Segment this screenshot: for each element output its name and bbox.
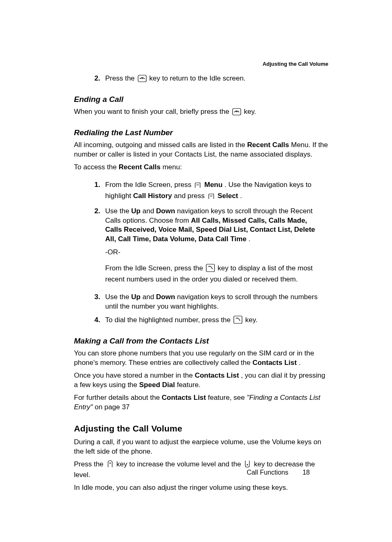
step-list-redial-cont: 3. Use the Up and Down navigation keys t… (90, 293, 330, 327)
step-list-top: 2. Press the key to return to the Idle s… (90, 74, 330, 85)
paragraph: You can store phone numbers that you use… (74, 349, 330, 368)
step-row: 2. Press the key to return to the Idle s… (90, 74, 330, 85)
paragraph: For further details about the Contacts L… (74, 393, 330, 412)
svg-rect-7 (234, 316, 242, 323)
page-footer: Call Functions 18 (247, 469, 310, 476)
step-body: Use the Up and Down navigation keys to s… (105, 293, 319, 311)
paragraph: All incoming, outgoing and missed calls … (74, 141, 330, 159)
svg-point-3 (236, 111, 237, 112)
heading-redialing: Redialing the Last Number (74, 128, 330, 137)
volume-up-icon (106, 460, 114, 471)
step-body: Use the Up and Down navigation keys to s… (105, 207, 319, 244)
page-number: 18 (302, 469, 310, 476)
send-key-icon (206, 264, 215, 275)
paragraph: To access the Recent Calls menu: (74, 163, 330, 172)
paragraph: From the Idle Screen, press the key to d… (105, 264, 319, 284)
step-row: 1. From the Idle Screen, press Menu . Us… (90, 180, 330, 203)
send-key-icon (233, 316, 242, 327)
end-call-icon (232, 108, 241, 118)
or-separator: -OR- (105, 248, 330, 256)
step-number: 2. (90, 74, 100, 85)
step-body: To dial the highlighted number, press th… (105, 316, 330, 327)
paragraph: In Idle mode, you can also adjust the ri… (74, 483, 330, 493)
svg-point-8 (109, 462, 111, 464)
step-row: 2. Use the Up and Down navigation keys t… (90, 207, 330, 244)
step-body: From the Idle Screen, press Menu . Use t… (105, 180, 319, 203)
step-number: 2. (90, 207, 100, 244)
svg-point-9 (247, 464, 248, 465)
end-call-icon (138, 75, 147, 85)
paragraph: During a call, if you want to adjust the… (74, 438, 330, 457)
paragraph: Once you have stored a number in the Con… (74, 371, 330, 390)
step-number: 1. (90, 180, 100, 203)
softkey-icon (194, 182, 201, 191)
svg-rect-6 (206, 264, 214, 272)
step-row: 4. To dial the highlighted number, press… (90, 316, 330, 327)
softkey-icon (208, 193, 215, 203)
heading-volume: Adjusting the Call Volume (74, 424, 330, 434)
footer-section: Call Functions (247, 469, 288, 476)
step-body: Press the key to return to the Idle scre… (105, 74, 330, 85)
svg-point-1 (141, 78, 142, 79)
heading-ending-a-call: Ending a Call (74, 95, 330, 104)
step-list-redial: 1. From the Idle Screen, press Menu . Us… (90, 180, 330, 244)
running-header: Adjusting the Call Volume (263, 61, 328, 67)
step-number: 3. (90, 293, 100, 311)
manual-page: Adjusting the Call Volume 2. Press the k… (0, 0, 392, 542)
paragraph: When you want to finish your call, brief… (74, 107, 330, 118)
step-row: 3. Use the Up and Down navigation keys t… (90, 293, 330, 311)
step-number: 4. (90, 316, 100, 327)
heading-contacts: Making a Call from the Contacts List (74, 337, 330, 346)
